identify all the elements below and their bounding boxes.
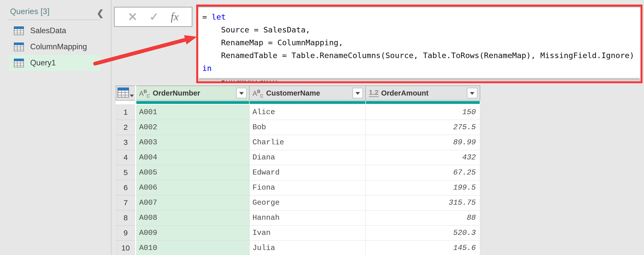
table-icon: [14, 59, 24, 67]
cell-ordernumber[interactable]: A010: [136, 240, 249, 255]
cell-ordernumber[interactable]: A003: [136, 135, 249, 150]
cell-customername[interactable]: Ivan: [249, 225, 366, 240]
table-row: 10A010Julia145.6: [116, 240, 480, 255]
query-name: SalesData: [30, 26, 66, 35]
grid-header: ABCOrderNumberABCCustomerName1.2OrderAmo…: [116, 86, 480, 105]
add-step-fx-icon[interactable]: fx: [171, 11, 179, 22]
row-number[interactable]: 10: [116, 240, 136, 255]
cell-ordernumber[interactable]: A006: [136, 180, 249, 195]
queries-header-divider: [8, 20, 101, 20]
column-label: OrderAmount: [381, 89, 429, 97]
formula-line: in: [202, 62, 640, 75]
cell-ordernumber[interactable]: A004: [136, 150, 249, 165]
sidebar-item-columnmapping[interactable]: ColumnMapping: [9, 39, 101, 55]
grid-body: 1A001Alice1502A002Bob275.53A003Charlie89…: [116, 105, 480, 255]
formula-line: RenameMap = ColumnMapping,: [202, 36, 640, 49]
cell-ordernumber[interactable]: A001: [136, 105, 249, 120]
column-quality-bar: [249, 100, 366, 105]
table-icon: [117, 88, 129, 98]
query-name: ColumnMapping: [30, 42, 87, 51]
cell-customername[interactable]: Edward: [249, 165, 366, 180]
table-menu-dropdown-icon: [130, 95, 134, 97]
accept-formula-icon[interactable]: ✓: [149, 11, 159, 22]
grid-header-row: ABCOrderNumberABCCustomerName1.2OrderAmo…: [116, 86, 480, 100]
cell-orderamount[interactable]: 67.25: [366, 165, 480, 180]
cell-customername[interactable]: Fiona: [249, 180, 366, 195]
column-label: OrderNumber: [153, 89, 200, 97]
table-row: 6A006Fiona199.5: [116, 180, 480, 195]
column-header-orderamount[interactable]: 1.2OrderAmount: [366, 86, 480, 100]
annotation-rectangle: = let Source = SalesData, RenameMap = Co…: [196, 5, 642, 83]
column-header-customername[interactable]: ABCCustomerName: [249, 86, 366, 100]
cell-customername[interactable]: Charlie: [249, 135, 366, 150]
formula-scrollbar-horizontal[interactable]: [199, 78, 640, 81]
formula-bar-buttons: ✕ ✓ fx: [114, 7, 192, 27]
cell-orderamount[interactable]: 275.5: [366, 120, 480, 135]
filter-dropdown-button[interactable]: [236, 88, 247, 98]
cell-orderamount[interactable]: 88: [366, 210, 480, 225]
cell-ordernumber[interactable]: A009: [136, 225, 249, 240]
row-number[interactable]: 5: [116, 165, 136, 180]
cell-ordernumber[interactable]: A008: [136, 210, 249, 225]
cell-orderamount[interactable]: 315.75: [366, 195, 480, 210]
pane-divider: [111, 0, 111, 255]
power-query-editor: Queries [3] ❮ SalesDataColumnMappingQuer…: [0, 0, 644, 255]
cell-customername[interactable]: Bob: [249, 120, 366, 135]
row-number[interactable]: 6: [116, 180, 136, 195]
text-type-icon: ABC: [253, 90, 264, 98]
cell-ordernumber[interactable]: A002: [136, 120, 249, 135]
queries-pane: Queries [3] ❮ SalesDataColumnMappingQuer…: [0, 0, 111, 255]
formula-line: = let: [202, 11, 640, 23]
data-preview-grid: ABCOrderNumberABCCustomerName1.2OrderAmo…: [116, 86, 480, 255]
cell-orderamount[interactable]: 145.6: [366, 240, 480, 255]
row-number[interactable]: 8: [116, 210, 136, 225]
formula-line: RenamedTable = Table.RenameColumns(Sourc…: [202, 49, 640, 62]
cell-orderamount[interactable]: 89.99: [366, 135, 480, 150]
cell-customername[interactable]: Diana: [249, 150, 366, 165]
sidebar-item-query1[interactable]: Query1: [9, 55, 101, 71]
row-number[interactable]: 4: [116, 150, 136, 165]
column-quality-bar: [136, 100, 249, 105]
chevron-down-icon: [470, 92, 474, 95]
select-all-table-button[interactable]: [116, 86, 136, 100]
table-row: 4A004Diana432: [116, 150, 480, 165]
row-number[interactable]: 9: [116, 225, 136, 240]
cell-orderamount[interactable]: 150: [366, 105, 480, 120]
number-type-icon: 1.2: [369, 89, 379, 97]
cell-customername[interactable]: George: [249, 195, 366, 210]
table-row: 8A008Hannah88: [116, 210, 480, 225]
formula-line: Source = SalesData,: [202, 23, 640, 36]
cell-customername[interactable]: Hannah: [249, 210, 366, 225]
table-row: 2A002Bob275.5: [116, 120, 480, 135]
cell-ordernumber[interactable]: A007: [136, 195, 249, 210]
table-row: 7A007George315.75: [116, 195, 480, 210]
column-quality-row: [116, 100, 480, 105]
text-type-icon: ABC: [139, 90, 150, 98]
cancel-formula-icon[interactable]: ✕: [128, 11, 138, 23]
row-number[interactable]: 1: [116, 105, 136, 120]
cell-ordernumber[interactable]: A005: [136, 165, 249, 180]
formula-input[interactable]: = let Source = SalesData, RenameMap = Co…: [198, 7, 640, 81]
column-header-ordernumber[interactable]: ABCOrderNumber: [136, 86, 249, 100]
cell-orderamount[interactable]: 199.5: [366, 180, 480, 195]
filter-dropdown-button[interactable]: [467, 88, 477, 98]
chevron-down-icon: [239, 92, 244, 95]
table-row: 3A003Charlie89.99: [116, 135, 480, 150]
cell-orderamount[interactable]: 432: [366, 150, 480, 165]
table-row: 9A009Ivan520.3: [116, 225, 480, 240]
table-icon: [14, 26, 24, 35]
cell-customername[interactable]: Julia: [249, 240, 366, 255]
cell-orderamount[interactable]: 520.3: [366, 225, 480, 240]
sidebar-item-salesdata[interactable]: SalesData: [9, 23, 101, 39]
table-row: 1A001Alice150: [116, 105, 480, 120]
cell-customername[interactable]: Alice: [249, 105, 366, 120]
queries-pane-title: Queries [3]: [10, 7, 50, 16]
row-number[interactable]: 7: [116, 195, 136, 210]
query-list: SalesDataColumnMappingQuery1: [0, 23, 111, 71]
collapse-pane-icon[interactable]: ❮: [97, 8, 104, 18]
formula-code: = let Source = SalesData, RenameMap = Co…: [198, 7, 640, 81]
query-name: Query1: [30, 58, 56, 67]
row-number[interactable]: 3: [116, 135, 136, 150]
row-number[interactable]: 2: [116, 120, 136, 135]
filter-dropdown-button[interactable]: [352, 88, 363, 98]
